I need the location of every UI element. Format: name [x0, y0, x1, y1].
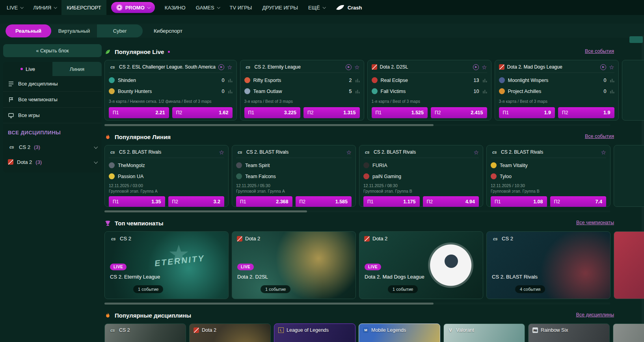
- odd-p2-button[interactable]: П23.2: [168, 196, 225, 207]
- championship-name: Dota 2. Mad Dogs League: [365, 274, 424, 280]
- match-card-partial[interactable]: [622, 60, 644, 121]
- scrollbar-thumb[interactable]: [104, 303, 434, 305]
- odd-p2-button[interactable]: П21.62: [172, 107, 233, 118]
- odd-p1-button[interactable]: П11.35: [109, 196, 165, 207]
- odd-p2-button[interactable]: П21.585: [296, 196, 352, 207]
- sidebar-discipline-cs2[interactable]: CS 2 (3): [3, 139, 102, 154]
- nav-item-games[interactable]: GAMES: [191, 0, 225, 15]
- discipline-card-mobile-legends[interactable]: Mobile Legends: [359, 323, 440, 342]
- odd-p2-button[interactable]: П27.4: [550, 196, 607, 207]
- tab-cyber[interactable]: Cyber: [97, 24, 143, 37]
- championships-flag-icon: [8, 97, 14, 103]
- discipline-card-cs2[interactable]: CS 2: [104, 323, 186, 342]
- horizontal-scrollbar[interactable]: [104, 210, 610, 212]
- match-card-partial[interactable]: [614, 145, 644, 207]
- odd-p1-button[interactable]: П13.225: [244, 107, 301, 118]
- nav-item-casino[interactable]: КАЗИНО: [160, 0, 191, 15]
- star-icon[interactable]: ☆: [227, 64, 232, 70]
- sidebar-item-all-disciplines[interactable]: Все дисциплины: [3, 76, 102, 92]
- horizontal-scrollbar[interactable]: [104, 303, 610, 305]
- sidebar-tab-line[interactable]: Линия: [52, 62, 102, 76]
- odd-value: 2.21: [155, 110, 165, 115]
- live-match-card[interactable]: Dota 2. D2SL ▶ ☆ Real Eclipse 13 Fall Vi…: [367, 60, 491, 121]
- championship-card[interactable]: CS 2 CS 2. BLAST Rivals 4 события: [486, 231, 610, 299]
- play-icon[interactable]: ▶: [600, 64, 606, 70]
- sidebar-item-all-championships[interactable]: Все чемпионаты: [3, 92, 102, 108]
- star-icon[interactable]: ☆: [354, 64, 359, 70]
- stats-icon[interactable]: [610, 89, 614, 93]
- match-info: 3-я карта / Нижняя сетка. 1/2 финала / B…: [109, 99, 233, 104]
- star-icon[interactable]: ☆: [601, 149, 606, 155]
- discipline-card-dota2[interactable]: Dota 2: [189, 323, 271, 342]
- live-match-card[interactable]: CS 2. ESL Challenger League. South Ameri…: [104, 60, 237, 121]
- stats-icon[interactable]: [482, 78, 487, 82]
- line-match-card[interactable]: CS 2. BLAST Rivals ☆ Team Vitality Tyloo…: [486, 145, 610, 207]
- championship-card[interactable]: Dota 2 LIVE Dota 2. Mad Dogs League 1 со…: [359, 231, 483, 299]
- odd-p1-button[interactable]: П11.525: [372, 107, 428, 118]
- tab-virtual[interactable]: Виртуальный: [51, 24, 97, 37]
- nav-item-tv-games[interactable]: TV ИГРЫ: [225, 0, 257, 15]
- play-icon[interactable]: ▶: [218, 64, 224, 70]
- hide-block-button[interactable]: « Скрыть блок: [3, 44, 102, 57]
- all-disciplines-link[interactable]: Все дисциплины: [576, 312, 614, 318]
- nav-item-more[interactable]: ЕЩЁ: [303, 0, 330, 15]
- team-name: Passion UA: [118, 174, 224, 179]
- horizontal-scrollbar[interactable]: [104, 124, 610, 126]
- star-icon[interactable]: ☆: [219, 149, 224, 155]
- star-icon[interactable]: ☆: [609, 64, 614, 70]
- scrollbar-thumb[interactable]: [104, 124, 434, 126]
- stats-icon[interactable]: [355, 89, 360, 93]
- stats-icon[interactable]: [482, 89, 487, 93]
- star-icon[interactable]: ☆: [482, 64, 487, 70]
- live-match-card[interactable]: CS 2. Eternity League ▶ ☆ Rifty Esports …: [240, 60, 364, 121]
- events-count-badge: 1 событие: [261, 285, 290, 293]
- team-name: Rifty Esports: [253, 78, 346, 83]
- discipline-card-valorant[interactable]: Valorant: [443, 323, 525, 342]
- stats-icon[interactable]: [355, 78, 360, 82]
- star-icon[interactable]: ☆: [346, 149, 352, 155]
- sidebar-item-all-games[interactable]: Все игры: [3, 108, 102, 123]
- all-events-link[interactable]: Все события: [585, 48, 614, 54]
- championship-card[interactable]: Dota 2 LIVE Dota 2. D2SL 1 событие: [232, 231, 356, 299]
- odd-p1-button[interactable]: П12.21: [109, 107, 169, 118]
- live-match-card[interactable]: Dota 2. Mad Dogs League ▶ ☆ Moonlight Wi…: [495, 60, 619, 121]
- nav-item-live[interactable]: LIVE: [2, 0, 28, 15]
- nav-item-esports[interactable]: КИБЕРСПОРТ: [61, 0, 106, 15]
- odd-p2-button[interactable]: П21.315: [303, 107, 360, 118]
- nav-item-other-games[interactable]: ДРУГИЕ ИГРЫ: [257, 0, 303, 15]
- discipline-card-partial[interactable]: [613, 323, 644, 342]
- odd-p1-button[interactable]: П12.368: [236, 196, 292, 207]
- sidebar-discipline-dota2[interactable]: Dota 2 (3): [3, 154, 102, 169]
- tab-real[interactable]: Реальный: [6, 24, 51, 37]
- stats-icon[interactable]: [610, 78, 614, 82]
- nav-other-label: ДРУГИЕ ИГРЫ: [262, 5, 298, 11]
- nav-casino-label: КАЗИНО: [165, 5, 186, 11]
- stats-icon[interactable]: [228, 78, 233, 82]
- line-match-card[interactable]: CS 2. BLAST Rivals ☆ Team Spirit Team Fa…: [232, 145, 356, 207]
- corner-button[interactable]: [629, 36, 643, 43]
- discipline-card-rainbow-six[interactable]: Rainbow Six: [528, 323, 610, 342]
- odd-p1-button[interactable]: П11.08: [491, 196, 547, 207]
- championship-card-partial[interactable]: [614, 231, 644, 299]
- sidebar-tab-live[interactable]: Live: [3, 62, 52, 76]
- championship-card[interactable]: CS 2 ETERNITY LIVE CS 2. Eternity League…: [104, 231, 229, 299]
- play-icon[interactable]: ▶: [346, 64, 352, 70]
- nav-item-line[interactable]: ЛИНИЯ: [28, 0, 61, 15]
- odd-p2-button[interactable]: П22.415: [431, 107, 487, 118]
- odd-p2-button[interactable]: П21.9: [558, 107, 614, 118]
- stats-icon[interactable]: [228, 89, 233, 93]
- nav-item-promo[interactable]: ✦ PROMO: [111, 2, 155, 13]
- star-icon[interactable]: ☆: [474, 149, 479, 155]
- all-championships-link[interactable]: Все чемпионаты: [576, 220, 614, 225]
- odd-p1-button[interactable]: П11.9: [499, 107, 555, 118]
- scrollbar-thumb[interactable]: [104, 210, 307, 212]
- line-match-card[interactable]: CS 2. BLAST Rivals ☆ FURIA paiN Gaming 1…: [359, 145, 483, 207]
- odd-p2-button[interactable]: П24.94: [423, 196, 479, 207]
- all-events-link[interactable]: Все события: [585, 134, 614, 139]
- odd-p1-button[interactable]: П11.175: [363, 196, 420, 207]
- nav-item-crash[interactable]: Crash: [330, 0, 367, 15]
- play-icon[interactable]: ▶: [473, 64, 479, 70]
- discipline-card-lol[interactable]: League of Legends: [274, 323, 356, 342]
- line-cards-row: CS 2. BLAST Rivals ☆ TheMongolz Passion …: [104, 145, 644, 207]
- line-match-card[interactable]: CS 2. BLAST Rivals ☆ TheMongolz Passion …: [104, 145, 229, 207]
